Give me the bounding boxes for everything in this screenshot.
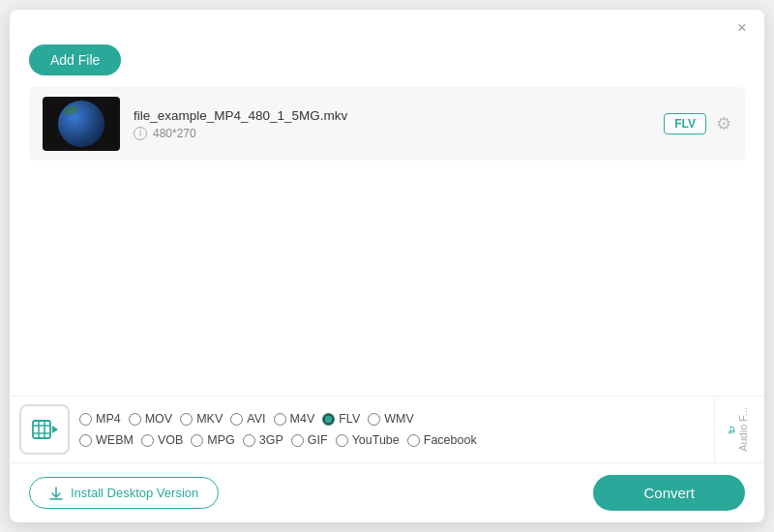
label-vob: VOB (158, 433, 183, 447)
format-vob[interactable]: VOB (141, 430, 191, 450)
add-file-button[interactable]: Add File (29, 44, 121, 75)
info-icon: i (134, 127, 147, 140)
label-mp4: MP4 (96, 412, 121, 426)
radio-webm[interactable] (79, 434, 92, 447)
file-actions: FLV ⚙ (664, 113, 731, 134)
settings-icon[interactable]: ⚙ (716, 113, 731, 134)
radio-youtube[interactable] (336, 434, 348, 447)
close-button[interactable]: × (733, 19, 751, 37)
format-panel: MP4 MOV MKV AVI M4V FLV (10, 396, 764, 462)
label-mov: MOV (145, 412, 172, 426)
svg-point-7 (732, 430, 735, 433)
format-webm[interactable]: WEBM (79, 430, 141, 450)
install-label: Install Desktop Version (71, 486, 198, 500)
convert-button[interactable]: Convert (593, 475, 745, 511)
svg-rect-0 (33, 421, 50, 438)
label-facebook: Facebook (424, 433, 477, 447)
format-mpg[interactable]: MPG (191, 430, 242, 450)
download-icon (49, 487, 63, 500)
format-section: MP4 MOV MKV AVI M4V FLV (10, 397, 714, 462)
bottom-footer: Install Desktop Version Convert (10, 462, 764, 522)
radio-m4v[interactable] (274, 413, 286, 426)
file-info: file_example_MP4_480_1_5MG.mkv i 480*270 (134, 108, 650, 140)
format-badge[interactable]: FLV (664, 113, 706, 134)
radio-facebook[interactable] (407, 434, 420, 447)
format-3gp[interactable]: 3GP (243, 430, 291, 450)
radio-mkv[interactable] (180, 413, 193, 426)
format-youtube[interactable]: YouTube (336, 430, 407, 450)
format-flv[interactable]: FLV (322, 409, 368, 429)
radio-mp4[interactable] (79, 413, 92, 426)
radio-gif[interactable] (291, 434, 304, 447)
label-youtube: YouTube (352, 433, 400, 447)
radio-mpg[interactable] (191, 434, 203, 447)
label-mkv: MKV (196, 412, 223, 426)
label-avi: AVI (247, 412, 265, 426)
format-gif[interactable]: GIF (291, 430, 336, 450)
content-area: file_example_MP4_480_1_5MG.mkv i 480*270… (10, 87, 764, 396)
main-window: × Add File file_example_MP4_480_1_5MG.mk… (10, 10, 764, 522)
radio-avi[interactable] (230, 413, 243, 426)
format-mp4[interactable]: MP4 (79, 409, 129, 429)
format-wmv[interactable]: WMV (368, 409, 422, 429)
video-icon-box[interactable] (19, 404, 70, 455)
format-facebook[interactable]: Facebook (407, 430, 485, 450)
radio-3gp[interactable] (243, 434, 255, 447)
label-wmv: WMV (384, 412, 414, 426)
title-bar: × (10, 10, 764, 41)
radio-wmv[interactable] (368, 413, 380, 426)
radio-mov[interactable] (129, 413, 141, 426)
file-row: file_example_MP4_480_1_5MG.mkv i 480*270… (29, 87, 745, 161)
format-avi[interactable]: AVI (230, 409, 273, 429)
video-icon (31, 416, 58, 443)
audio-label: Audio F... (737, 407, 753, 452)
file-thumbnail (43, 97, 120, 151)
file-meta: i 480*270 (134, 127, 650, 140)
audio-format-box[interactable]: Audio F... (714, 397, 764, 462)
label-flv: FLV (339, 412, 360, 426)
radio-flv[interactable] (322, 413, 335, 426)
svg-marker-5 (52, 426, 58, 433)
radio-vob[interactable] (141, 434, 154, 447)
format-mkv[interactable]: MKV (180, 409, 230, 429)
label-mpg: MPG (207, 433, 234, 447)
label-m4v: M4V (290, 412, 315, 426)
label-3gp: 3GP (259, 433, 283, 447)
install-button[interactable]: Install Desktop Version (29, 477, 219, 509)
audio-icon (727, 417, 737, 442)
format-m4v[interactable]: M4V (274, 409, 323, 429)
label-gif: GIF (308, 433, 328, 447)
format-mov[interactable]: MOV (129, 409, 180, 429)
toolbar: Add File (10, 41, 764, 87)
file-resolution: 480*270 (153, 127, 196, 140)
label-webm: WEBM (96, 433, 134, 447)
file-name: file_example_MP4_480_1_5MG.mkv (134, 108, 650, 123)
